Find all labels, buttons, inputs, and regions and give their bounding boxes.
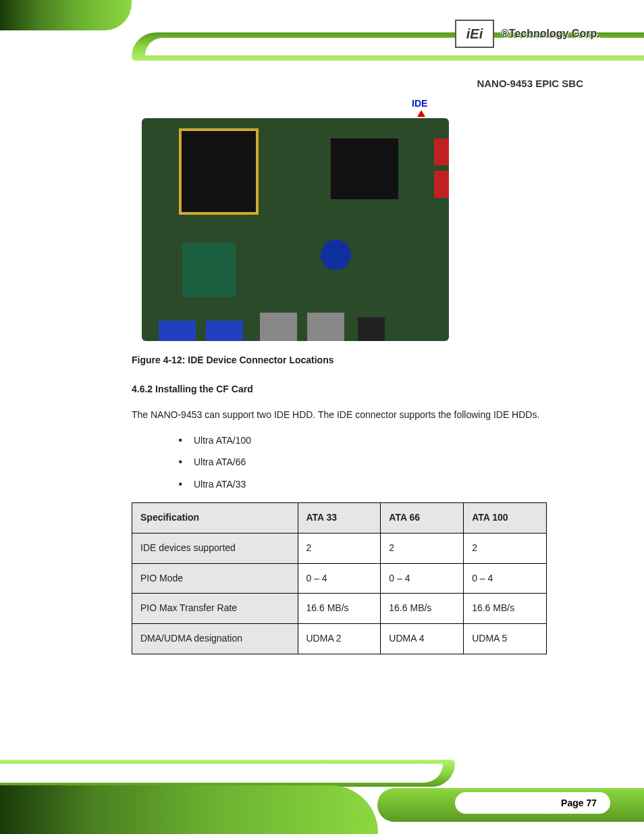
table-header: Specification — [132, 502, 298, 533]
bottom-banner: Page 77 — [0, 746, 644, 834]
company-logo-area: iEi ®Technology Corp. — [455, 17, 620, 51]
ethernet-port-1-graphic — [260, 313, 297, 341]
cmos-battery-graphic — [321, 240, 351, 270]
list-item: Ultra ATA/66 — [179, 454, 576, 471]
table-header: ATA 66 — [381, 502, 464, 533]
page-number: Page 77 — [455, 792, 610, 814]
table-header: ATA 100 — [464, 502, 547, 533]
circuit-decoration-bottom — [0, 785, 378, 834]
table-row: PIO Mode 0 – 4 0 – 4 0 – 4 — [132, 563, 547, 594]
ide-types-list: Ultra ATA/100 Ultra ATA/66 Ultra ATA/33 — [179, 433, 576, 493]
ethernet-port-2-graphic — [307, 313, 344, 341]
product-title: NANO-9453 EPIC SBC — [477, 78, 583, 89]
spec-table: Specification ATA 33 ATA 66 ATA 100 IDE … — [132, 502, 547, 654]
vga-port-1-graphic — [159, 321, 196, 341]
table-cell: DMA/UDMA designation — [132, 624, 298, 654]
top-banner: iEi ®Technology Corp. — [0, 0, 644, 64]
table-cell: PIO Max Transfer Rate — [132, 594, 298, 624]
table-header-row: Specification ATA 33 ATA 66 ATA 100 — [132, 502, 547, 533]
sata-port-2-graphic — [434, 171, 449, 198]
table-cell: UDMA 5 — [464, 624, 547, 654]
figure-caption: Figure 4-12: IDE Device Connector Locati… — [132, 355, 334, 365]
ide-callout-label: IDE — [412, 98, 427, 109]
motherboard-photo — [142, 118, 449, 341]
ide-arrow-icon — [417, 110, 425, 117]
intro-paragraph: The NANO-9453 can support two IDE HDD. T… — [132, 407, 576, 423]
table-cell: 0 – 4 — [381, 563, 464, 594]
cpu-chip-graphic — [182, 243, 236, 297]
table-row: IDE devices supported 2 2 2 — [132, 533, 547, 563]
table-cell: 16.6 MB/s — [464, 594, 547, 624]
table-cell: 0 – 4 — [298, 563, 381, 594]
table-header: ATA 33 — [298, 502, 381, 533]
company-name: ®Technology Corp. — [501, 28, 600, 40]
list-item: Ultra ATA/33 — [179, 477, 576, 493]
table-cell: 2 — [464, 533, 547, 563]
table-cell: 16.6 MB/s — [298, 594, 381, 624]
table-cell: PIO Mode — [132, 563, 298, 594]
table-cell: UDMA 4 — [381, 624, 464, 654]
table-cell: UDMA 2 — [298, 624, 381, 654]
list-item: Ultra ATA/100 — [179, 433, 576, 449]
table-cell: 2 — [381, 533, 464, 563]
vga-port-2-graphic — [206, 321, 243, 341]
usb-port-graphic — [358, 317, 385, 341]
table-cell: 16.6 MB/s — [381, 594, 464, 624]
table-row: DMA/UDMA designation UDMA 2 UDMA 4 UDMA … — [132, 624, 547, 654]
main-content: 4.6.2 Installing the CF Card The NANO-94… — [132, 382, 576, 654]
table-cell: 2 — [298, 533, 381, 563]
circuit-decoration-top — [0, 0, 132, 30]
sata-port-1-graphic — [434, 138, 449, 165]
table-cell: 0 – 4 — [464, 563, 547, 594]
section-heading: 4.6.2 Installing the CF Card — [132, 384, 253, 394]
logo-icon: iEi — [455, 20, 494, 48]
table-cell: IDE devices supported — [132, 533, 298, 563]
table-row: PIO Max Transfer Rate 16.6 MB/s 16.6 MB/… — [132, 594, 547, 624]
swoosh-bottom — [0, 760, 455, 787]
